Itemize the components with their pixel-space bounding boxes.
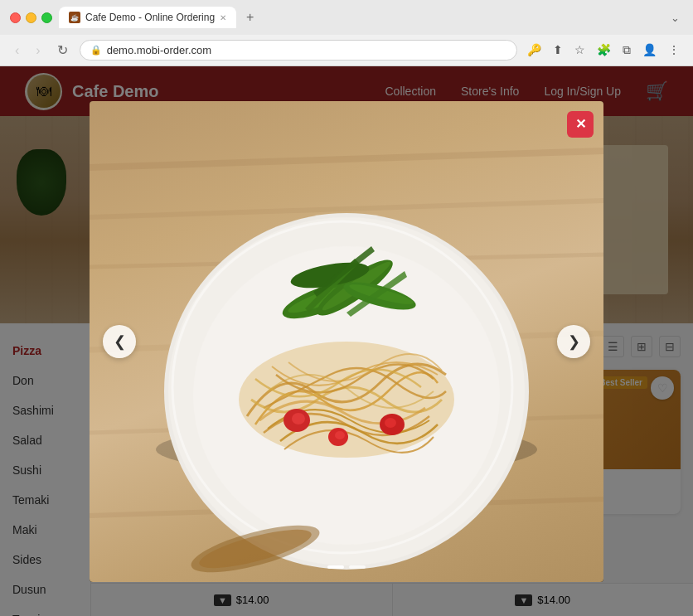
page-content: 🍽 Cafe Demo Collection Store's Info Log … bbox=[0, 66, 693, 616]
tab-title: Cafe Demo - Online Ordering bbox=[85, 12, 215, 23]
close-window-button[interactable] bbox=[10, 12, 21, 23]
address-bar[interactable]: 🔒 demo.mobi-order.com bbox=[80, 40, 517, 61]
lock-icon: 🔒 bbox=[90, 45, 102, 56]
pagination-dot-1[interactable] bbox=[327, 565, 344, 569]
fullscreen-window-button[interactable] bbox=[41, 12, 52, 23]
browser-chrome: ☕ Cafe Demo - Online Ordering ✕ + ⌄ ‹ › … bbox=[0, 0, 693, 66]
forward-button[interactable]: › bbox=[31, 41, 45, 60]
browser-toolbar: ‹ › ↻ 🔒 demo.mobi-order.com 🔑 ⬆ ☆ 🧩 ⧉ 👤 … bbox=[0, 35, 693, 65]
puzzle-icon[interactable]: 🧩 bbox=[594, 41, 614, 59]
lightbox-next-button[interactable]: ❯ bbox=[557, 325, 590, 358]
window-controls bbox=[10, 12, 52, 23]
svg-point-13 bbox=[292, 413, 305, 424]
key-icon[interactable]: 🔑 bbox=[524, 41, 545, 59]
address-text: demo.mobi-order.com bbox=[107, 44, 506, 56]
window-icon[interactable]: ⧉ bbox=[619, 41, 634, 59]
more-menu-icon[interactable]: ⋮ bbox=[665, 41, 683, 59]
lightbox-container: ✕ ❮ ❯ bbox=[90, 101, 603, 582]
svg-point-17 bbox=[335, 431, 345, 439]
lightbox-pagination-dots bbox=[327, 565, 366, 569]
svg-line-0 bbox=[90, 151, 603, 167]
pagination-dot-2[interactable] bbox=[349, 565, 366, 569]
browser-tab[interactable]: ☕ Cafe Demo - Online Ordering ✕ bbox=[59, 7, 236, 28]
tab-favicon: ☕ bbox=[69, 12, 80, 23]
lightbox-prev-button[interactable]: ❮ bbox=[103, 325, 136, 358]
share-icon[interactable]: ⬆ bbox=[550, 41, 566, 59]
browser-titlebar: ☕ Cafe Demo - Online Ordering ✕ + ⌄ bbox=[0, 0, 693, 35]
browser-scroll-indicator: ⌄ bbox=[671, 12, 683, 24]
profile-icon[interactable]: 👤 bbox=[639, 41, 660, 59]
pasta-illustration bbox=[90, 101, 603, 582]
back-button[interactable]: ‹ bbox=[10, 41, 24, 60]
browser-toolbar-icons: 🔑 ⬆ ☆ 🧩 ⧉ 👤 ⋮ bbox=[524, 41, 683, 59]
minimize-window-button[interactable] bbox=[26, 12, 36, 23]
svg-point-15 bbox=[385, 418, 396, 428]
tab-close-button[interactable]: ✕ bbox=[220, 13, 226, 22]
lightbox-close-button[interactable]: ✕ bbox=[567, 111, 594, 138]
bookmark-icon[interactable]: ☆ bbox=[571, 41, 589, 59]
reload-button[interactable]: ↻ bbox=[52, 41, 73, 60]
lightbox-overlay[interactable]: ✕ ❮ ❯ bbox=[0, 66, 693, 616]
new-tab-button[interactable]: + bbox=[243, 10, 257, 25]
